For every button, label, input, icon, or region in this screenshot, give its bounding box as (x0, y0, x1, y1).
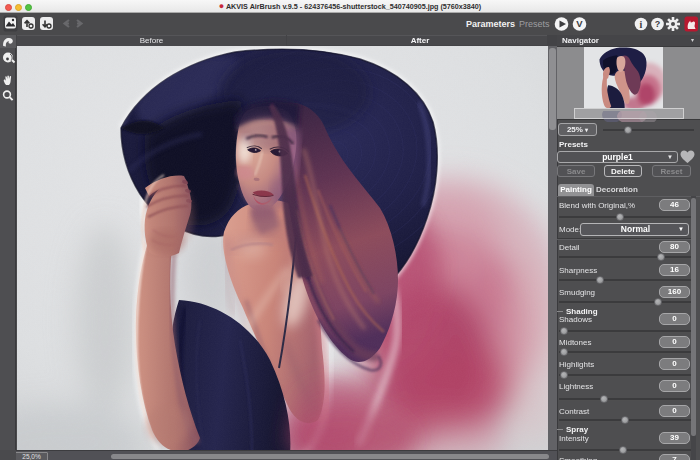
svg-text:?: ? (655, 19, 661, 29)
svg-text:i: i (640, 19, 643, 30)
svg-text:V: V (576, 18, 583, 29)
